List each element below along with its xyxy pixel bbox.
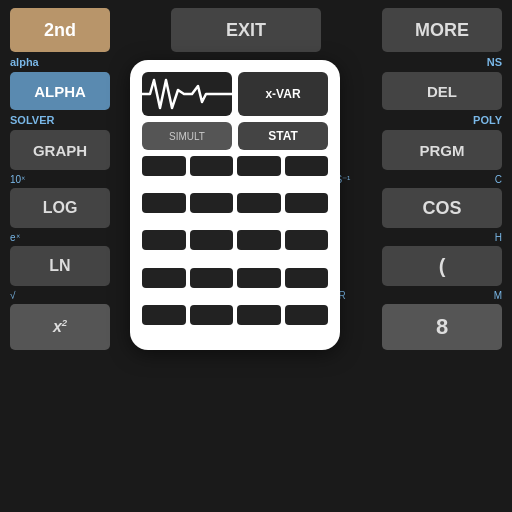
overlay-middle-row: SIMULT STAT [142, 122, 328, 150]
btn-more[interactable]: MORE [382, 8, 502, 52]
overlay-button-grid [142, 156, 328, 338]
overlay-cell-5[interactable] [142, 193, 186, 213]
label-sqrt: √ [10, 290, 16, 301]
overlay-cell-18[interactable] [190, 305, 234, 325]
btn-cos[interactable]: COS [382, 188, 502, 228]
overlay-cell-7[interactable] [237, 193, 281, 213]
calc-app-overlay: x-VAR SIMULT STAT [130, 60, 340, 350]
overlay-cell-15[interactable] [237, 268, 281, 288]
btn-prgm[interactable]: PRGM [382, 130, 502, 170]
btn-ln[interactable]: LN [10, 246, 110, 286]
overlay-simult-btn[interactable]: SIMULT [142, 122, 232, 150]
btn-xsq[interactable]: x2 [10, 304, 110, 350]
overlay-cell-2[interactable] [190, 156, 234, 176]
overlay-waveform [142, 72, 232, 116]
overlay-stat-btn[interactable]: STAT [238, 122, 328, 150]
overlay-cell-8[interactable] [285, 193, 329, 213]
btn-del[interactable]: DEL [382, 72, 502, 110]
overlay-cell-16[interactable] [285, 268, 329, 288]
label-h: H [495, 232, 502, 243]
overlay-top-row: x-VAR [142, 72, 328, 116]
overlay-cell-17[interactable] [142, 305, 186, 325]
overlay-cell-13[interactable] [142, 268, 186, 288]
overlay-cell-12[interactable] [285, 230, 329, 250]
label-ns: NS [487, 56, 502, 68]
label-alpha: alpha [10, 56, 39, 68]
overlay-cell-1[interactable] [142, 156, 186, 176]
label-m: M [494, 290, 502, 301]
overlay-cell-14[interactable] [190, 268, 234, 288]
overlay-cell-11[interactable] [237, 230, 281, 250]
btn-alpha[interactable]: ALPHA [10, 72, 110, 110]
label-ex: eˣ [10, 232, 20, 243]
xsq-label: x2 [53, 317, 67, 336]
btn-8[interactable]: 8 [382, 304, 502, 350]
overlay-cell-19[interactable] [237, 305, 281, 325]
btn-log[interactable]: LOG [10, 188, 110, 228]
overlay-xvar-btn[interactable]: x-VAR [238, 72, 328, 116]
label-10x: 10ˣ [10, 174, 25, 185]
overlay-cell-9[interactable] [142, 230, 186, 250]
overlay-cell-20[interactable] [285, 305, 329, 325]
btn-2nd[interactable]: 2nd [10, 8, 110, 52]
btn-exit[interactable]: EXIT [171, 8, 321, 52]
overlay-cell-6[interactable] [190, 193, 234, 213]
label-c: C [495, 174, 502, 185]
label-poly: POLY [473, 114, 502, 126]
btn-graph[interactable]: GRAPH [10, 130, 110, 170]
btn-paren[interactable]: ( [382, 246, 502, 286]
label-solver: SOLVER [10, 114, 54, 126]
overlay-cell-10[interactable] [190, 230, 234, 250]
overlay-cell-3[interactable] [237, 156, 281, 176]
top-row: 2nd EXIT MORE [0, 0, 512, 56]
calculator-background: 2nd EXIT MORE alpha NS ALPHA x-VAR DEL S… [0, 0, 512, 512]
overlay-cell-4[interactable] [285, 156, 329, 176]
